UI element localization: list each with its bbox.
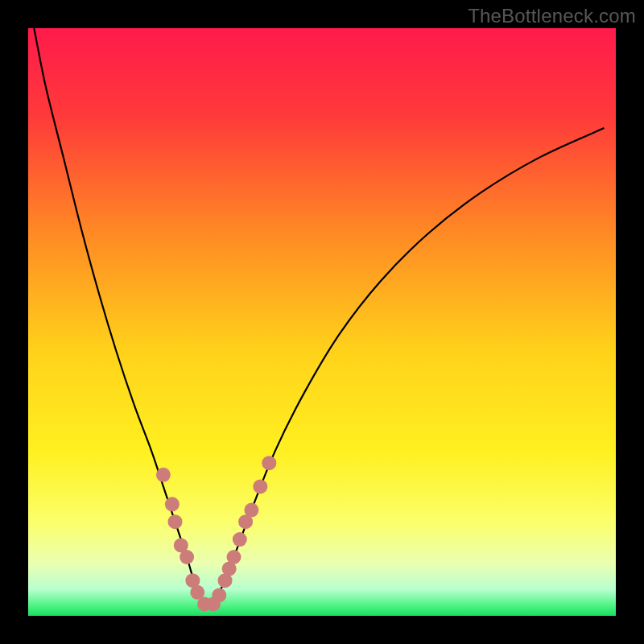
- marker-point: [262, 456, 276, 470]
- marker-point: [233, 532, 247, 547]
- bottleneck-curve: [34, 28, 604, 606]
- marker-point: [227, 550, 242, 564]
- chart-svg: [28, 28, 616, 616]
- marker-point: [253, 479, 267, 493]
- marker-point: [165, 497, 180, 511]
- marker-point: [156, 468, 171, 482]
- highlighted-points-group: [156, 456, 276, 611]
- marker-point: [212, 588, 226, 602]
- marker-point: [244, 503, 258, 518]
- watermark-text: TheBottleneck.com: [468, 5, 636, 27]
- marker-point: [180, 550, 194, 564]
- chart-frame: TheBottleneck.com: [0, 0, 644, 644]
- marker-point: [168, 514, 183, 529]
- plot-area: [28, 28, 616, 616]
